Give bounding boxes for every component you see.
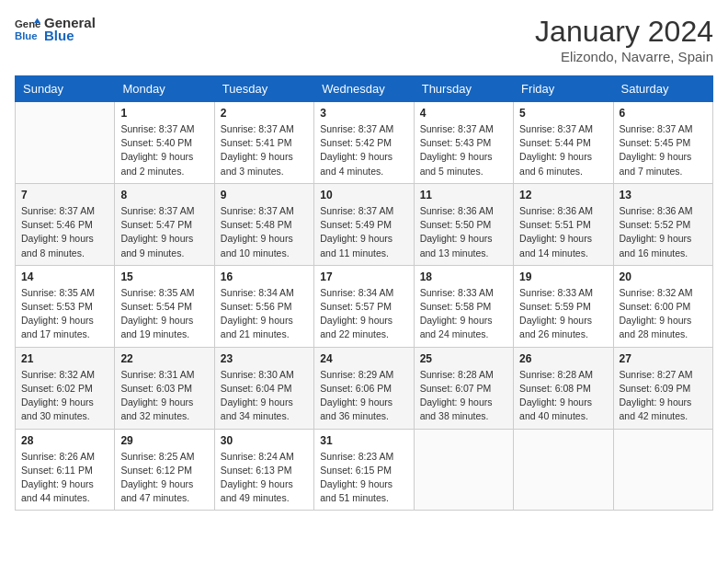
cell-date-number: 14 (21, 270, 108, 283)
calendar-cell: 30Sunrise: 8:24 AMSunset: 6:13 PMDayligh… (214, 429, 313, 511)
weekday-header-saturday: Saturday (613, 76, 712, 102)
weekday-header-friday: Friday (514, 76, 613, 102)
cell-date-number: 29 (120, 434, 208, 447)
cell-sun-info: Sunrise: 8:33 AMSunset: 5:59 PMDaylight:… (519, 286, 607, 342)
cell-sun-info: Sunrise: 8:27 AMSunset: 6:09 PMDaylight:… (620, 368, 707, 424)
calendar-cell: 19Sunrise: 8:33 AMSunset: 5:59 PMDayligh… (514, 265, 613, 347)
calendar-cell: 1Sunrise: 8:37 AMSunset: 5:40 PMDaylight… (115, 102, 214, 184)
calendar-cell: 9Sunrise: 8:37 AMSunset: 5:48 PMDaylight… (214, 183, 313, 265)
calendar-cell (16, 102, 115, 184)
cell-sun-info: Sunrise: 8:23 AMSunset: 6:15 PMDaylight:… (320, 450, 407, 506)
cell-date-number: 25 (420, 352, 507, 365)
cell-date-number: 1 (120, 107, 208, 120)
calendar-cell: 29Sunrise: 8:25 AMSunset: 6:12 PMDayligh… (115, 429, 214, 511)
weekday-header-sunday: Sunday (16, 76, 115, 102)
cell-date-number: 3 (320, 107, 407, 120)
cell-sun-info: Sunrise: 8:37 AMSunset: 5:40 PMDaylight:… (120, 122, 208, 178)
calendar-cell: 7Sunrise: 8:37 AMSunset: 5:46 PMDaylight… (16, 183, 115, 265)
cell-sun-info: Sunrise: 8:35 AMSunset: 5:54 PMDaylight:… (120, 286, 208, 342)
cell-date-number: 15 (120, 270, 208, 283)
cell-date-number: 17 (320, 270, 407, 283)
cell-date-number: 16 (221, 270, 308, 283)
calendar-cell (514, 429, 613, 511)
cell-date-number: 20 (620, 270, 707, 283)
calendar-cell: 26Sunrise: 8:28 AMSunset: 6:08 PMDayligh… (514, 347, 613, 429)
calendar-table: SundayMondayTuesdayWednesdayThursdayFrid… (15, 75, 713, 511)
cell-date-number: 22 (120, 352, 208, 365)
cell-sun-info: Sunrise: 8:37 AMSunset: 5:49 PMDaylight:… (320, 204, 407, 260)
cell-sun-info: Sunrise: 8:36 AMSunset: 5:51 PMDaylight:… (519, 204, 607, 260)
cell-sun-info: Sunrise: 8:37 AMSunset: 5:45 PMDaylight:… (620, 122, 707, 178)
cell-date-number: 7 (21, 189, 108, 201)
cell-sun-info: Sunrise: 8:35 AMSunset: 5:53 PMDaylight:… (21, 286, 108, 342)
cell-date-number: 11 (420, 189, 507, 201)
cell-date-number: 26 (519, 352, 607, 365)
svg-text:Blue: Blue (15, 29, 38, 40)
cell-date-number: 30 (221, 434, 308, 447)
cell-sun-info: Sunrise: 8:37 AMSunset: 5:44 PMDaylight:… (519, 122, 607, 178)
cell-date-number: 31 (320, 434, 407, 447)
cell-date-number: 23 (221, 352, 308, 365)
cell-sun-info: Sunrise: 8:30 AMSunset: 6:04 PMDaylight:… (221, 368, 308, 424)
weekday-header-thursday: Thursday (414, 76, 513, 102)
calendar-week-row: 7Sunrise: 8:37 AMSunset: 5:46 PMDaylight… (16, 183, 713, 265)
cell-date-number: 5 (519, 107, 607, 120)
cell-date-number: 21 (21, 352, 108, 365)
cell-date-number: 18 (420, 270, 507, 283)
calendar-week-row: 21Sunrise: 8:32 AMSunset: 6:02 PMDayligh… (16, 347, 713, 429)
calendar-cell: 3Sunrise: 8:37 AMSunset: 5:42 PMDaylight… (314, 102, 414, 184)
weekday-header-tuesday: Tuesday (214, 76, 313, 102)
calendar-week-row: 28Sunrise: 8:26 AMSunset: 6:11 PMDayligh… (16, 429, 713, 511)
calendar-cell: 11Sunrise: 8:36 AMSunset: 5:50 PMDayligh… (414, 183, 513, 265)
weekday-header-row: SundayMondayTuesdayWednesdayThursdayFrid… (16, 76, 713, 102)
cell-date-number: 24 (320, 352, 407, 365)
cell-sun-info: Sunrise: 8:37 AMSunset: 5:47 PMDaylight:… (120, 204, 208, 260)
calendar-cell: 4Sunrise: 8:37 AMSunset: 5:43 PMDaylight… (414, 102, 513, 184)
cell-sun-info: Sunrise: 8:28 AMSunset: 6:08 PMDaylight:… (519, 368, 607, 424)
cell-sun-info: Sunrise: 8:36 AMSunset: 5:50 PMDaylight:… (420, 204, 507, 260)
calendar-cell: 2Sunrise: 8:37 AMSunset: 5:41 PMDaylight… (214, 102, 313, 184)
cell-sun-info: Sunrise: 8:32 AMSunset: 6:00 PMDaylight:… (620, 286, 707, 342)
cell-date-number: 2 (221, 107, 308, 120)
calendar-cell: 21Sunrise: 8:32 AMSunset: 6:02 PMDayligh… (16, 347, 115, 429)
cell-sun-info: Sunrise: 8:34 AMSunset: 5:56 PMDaylight:… (221, 286, 308, 342)
calendar-cell: 5Sunrise: 8:37 AMSunset: 5:44 PMDaylight… (514, 102, 613, 184)
calendar-cell: 10Sunrise: 8:37 AMSunset: 5:49 PMDayligh… (314, 183, 414, 265)
cell-sun-info: Sunrise: 8:29 AMSunset: 6:06 PMDaylight:… (320, 368, 407, 424)
cell-sun-info: Sunrise: 8:36 AMSunset: 5:52 PMDaylight:… (620, 204, 707, 260)
logo-icon: General Blue (15, 17, 40, 42)
cell-date-number: 9 (221, 189, 308, 201)
cell-sun-info: Sunrise: 8:25 AMSunset: 6:12 PMDaylight:… (120, 450, 208, 506)
calendar-cell: 24Sunrise: 8:29 AMSunset: 6:06 PMDayligh… (314, 347, 414, 429)
calendar-cell: 22Sunrise: 8:31 AMSunset: 6:03 PMDayligh… (115, 347, 214, 429)
calendar-cell (414, 429, 513, 511)
calendar-cell: 31Sunrise: 8:23 AMSunset: 6:15 PMDayligh… (314, 429, 414, 511)
cell-sun-info: Sunrise: 8:26 AMSunset: 6:11 PMDaylight:… (21, 450, 108, 506)
calendar-cell: 14Sunrise: 8:35 AMSunset: 5:53 PMDayligh… (16, 265, 115, 347)
cell-sun-info: Sunrise: 8:34 AMSunset: 5:57 PMDaylight:… (320, 286, 407, 342)
location: Elizondo, Navarre, Spain (535, 49, 713, 64)
cell-date-number: 13 (620, 189, 707, 201)
cell-sun-info: Sunrise: 8:37 AMSunset: 5:46 PMDaylight:… (21, 204, 108, 260)
calendar-cell: 28Sunrise: 8:26 AMSunset: 6:11 PMDayligh… (16, 429, 115, 511)
calendar-cell: 6Sunrise: 8:37 AMSunset: 5:45 PMDaylight… (613, 102, 712, 184)
calendar-cell (613, 429, 712, 511)
calendar-cell: 23Sunrise: 8:30 AMSunset: 6:04 PMDayligh… (214, 347, 313, 429)
cell-sun-info: Sunrise: 8:37 AMSunset: 5:41 PMDaylight:… (221, 122, 308, 178)
cell-date-number: 12 (519, 189, 607, 201)
calendar-week-row: 14Sunrise: 8:35 AMSunset: 5:53 PMDayligh… (16, 265, 713, 347)
cell-sun-info: Sunrise: 8:37 AMSunset: 5:48 PMDaylight:… (221, 204, 308, 260)
month-title: January 2024 (535, 15, 713, 49)
calendar-cell: 17Sunrise: 8:34 AMSunset: 5:57 PMDayligh… (314, 265, 414, 347)
calendar-cell: 15Sunrise: 8:35 AMSunset: 5:54 PMDayligh… (115, 265, 214, 347)
cell-date-number: 6 (620, 107, 707, 120)
cell-sun-info: Sunrise: 8:24 AMSunset: 6:13 PMDaylight:… (221, 450, 308, 506)
calendar-cell: 16Sunrise: 8:34 AMSunset: 5:56 PMDayligh… (214, 265, 313, 347)
logo: General Blue General Blue (15, 15, 96, 43)
calendar-cell: 20Sunrise: 8:32 AMSunset: 6:00 PMDayligh… (613, 265, 712, 347)
calendar-cell: 25Sunrise: 8:28 AMSunset: 6:07 PMDayligh… (414, 347, 513, 429)
cell-date-number: 10 (320, 189, 407, 201)
title-block: January 2024 Elizondo, Navarre, Spain (535, 15, 713, 64)
weekday-header-monday: Monday (115, 76, 214, 102)
cell-date-number: 28 (21, 434, 108, 447)
